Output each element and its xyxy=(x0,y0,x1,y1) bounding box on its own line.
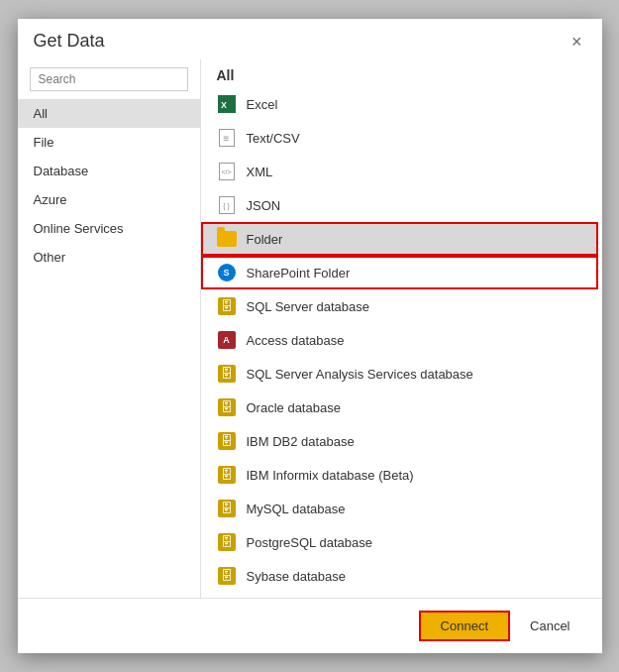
db-icon: 🗄 xyxy=(218,365,236,383)
right-header: All xyxy=(201,59,602,87)
list-item-label-sybase: Sybase database xyxy=(247,569,346,584)
folder-icon xyxy=(217,231,237,247)
list-item-label-oracle: Oracle database xyxy=(247,400,341,415)
list-item-mysql[interactable]: 🗄MySQL database xyxy=(201,492,598,525)
list-item-teradata[interactable]: 🗄Teradata database xyxy=(201,593,598,598)
items-list: XExcelText/CSV</>XML{ }JSONFolderSShareP… xyxy=(201,87,602,598)
connect-button[interactable]: Connect xyxy=(419,611,510,641)
nav-item-other[interactable]: Other xyxy=(18,243,200,272)
nav-item-database[interactable]: Database xyxy=(18,157,200,185)
list-item-label-sql-server: SQL Server database xyxy=(247,299,370,314)
list-item-text-csv[interactable]: Text/CSV xyxy=(201,121,598,155)
nav-list: AllFileDatabaseAzureOnline ServicesOther xyxy=(18,99,200,272)
list-item-xml[interactable]: </>XML xyxy=(201,155,598,188)
nav-item-all[interactable]: All xyxy=(18,99,200,128)
left-panel: AllFileDatabaseAzureOnline ServicesOther xyxy=(18,59,201,598)
db-icon: 🗄 xyxy=(218,466,236,484)
list-item-label-access: Access database xyxy=(247,333,345,348)
list-item-label-xml: XML xyxy=(247,165,273,179)
dialog-title: Get Data xyxy=(34,31,105,52)
close-button[interactable]: × xyxy=(567,33,586,51)
list-item-oracle[interactable]: 🗄Oracle database xyxy=(201,391,598,424)
list-item-folder[interactable]: Folder xyxy=(201,222,598,256)
list-item-label-folder: Folder xyxy=(247,232,283,247)
list-item-label-postgresql: PostgreSQL database xyxy=(247,535,372,550)
db-icon: 🗄 xyxy=(218,500,236,517)
list-items-inner: XExcelText/CSV</>XML{ }JSONFolderSShareP… xyxy=(201,87,598,598)
sharepoint-icon: S xyxy=(218,264,236,281)
list-item-excel[interactable]: XExcel xyxy=(201,87,598,121)
nav-item-file[interactable]: File xyxy=(18,128,200,157)
list-item-sql-server[interactable]: 🗄SQL Server database xyxy=(201,289,598,323)
search-input[interactable] xyxy=(30,67,188,91)
nav-item-online-services[interactable]: Online Services xyxy=(18,214,200,243)
list-item-sql-analysis[interactable]: 🗄SQL Server Analysis Services database xyxy=(201,357,598,391)
nav-item-azure[interactable]: Azure xyxy=(18,185,200,214)
dialog-body: AllFileDatabaseAzureOnline ServicesOther… xyxy=(18,59,602,598)
xml-icon: </> xyxy=(219,163,235,180)
db-icon: 🗄 xyxy=(218,297,236,315)
cancel-button[interactable]: Cancel xyxy=(518,613,581,639)
list-item-sybase[interactable]: 🗄Sybase database xyxy=(201,559,598,593)
list-item-sharepoint-folder[interactable]: SSharePoint Folder xyxy=(201,256,598,289)
get-data-dialog: Get Data × AllFileDatabaseAzureOnline Se… xyxy=(18,19,602,653)
excel-icon: X xyxy=(218,95,236,113)
db-icon: 🗄 xyxy=(218,432,236,450)
title-bar: Get Data × xyxy=(18,19,602,59)
json-icon: { } xyxy=(219,196,235,214)
list-item-label-sql-analysis: SQL Server Analysis Services database xyxy=(247,367,473,382)
access-icon: A xyxy=(218,331,236,349)
list-item-label-text-csv: Text/CSV xyxy=(247,131,300,146)
dialog-footer: Connect Cancel xyxy=(18,598,602,653)
list-item-ibm-db2[interactable]: 🗄IBM DB2 database xyxy=(201,424,598,458)
right-panel: All XExcelText/CSV</>XML{ }JSONFolderSSh… xyxy=(201,59,602,598)
list-item-label-ibm-db2: IBM DB2 database xyxy=(247,434,355,449)
search-box xyxy=(30,67,188,91)
list-item-json[interactable]: { }JSON xyxy=(201,188,598,222)
list-item-access[interactable]: AAccess database xyxy=(201,323,598,357)
db-icon: 🗄 xyxy=(218,567,236,585)
list-item-ibm-informix[interactable]: 🗄IBM Informix database (Beta) xyxy=(201,458,598,492)
list-item-label-sharepoint-folder: SharePoint Folder xyxy=(247,266,351,280)
list-item-label-json: JSON xyxy=(247,198,281,213)
list-item-label-mysql: MySQL database xyxy=(247,502,346,516)
list-item-label-ibm-informix: IBM Informix database (Beta) xyxy=(247,468,414,483)
db-icon: 🗄 xyxy=(218,533,236,551)
list-item-postgresql[interactable]: 🗄PostgreSQL database xyxy=(201,525,598,559)
svg-text:X: X xyxy=(221,100,227,110)
list-item-label-excel: Excel xyxy=(247,97,278,112)
text-icon xyxy=(219,129,235,147)
db-icon: 🗄 xyxy=(218,398,236,416)
